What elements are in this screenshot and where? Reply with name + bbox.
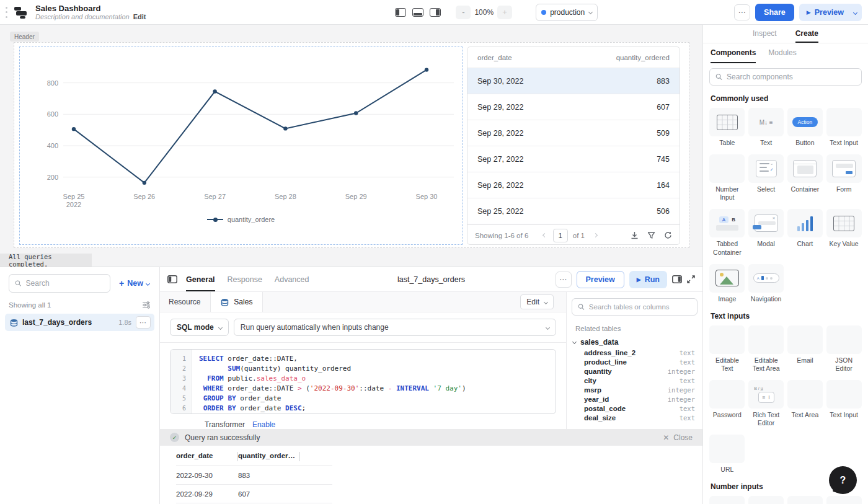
toggle-schema-panel-icon[interactable] [672, 275, 682, 283]
header-frame-chip[interactable]: Header [10, 32, 39, 42]
share-button[interactable]: Share [755, 4, 794, 21]
component-password[interactable]: ✱ ·· IPassword [709, 380, 745, 427]
schema-field[interactable]: product_linetext [572, 357, 698, 366]
schema-field[interactable]: quantityinteger [572, 366, 698, 376]
zoom-in-button[interactable]: + [497, 6, 512, 19]
query-more-options-button[interactable]: ⋯ [556, 272, 572, 288]
toggle-query-sidebar-icon[interactable] [167, 275, 177, 283]
table-row[interactable]: Sep 28, 2022509 [467, 120, 680, 146]
preview-split-button[interactable]: ▶Preview [799, 4, 862, 21]
app-canvas[interactable]: Header 200400600800Sep 252022Sep 26Sep 2… [0, 25, 702, 267]
component-search-input[interactable] [727, 73, 856, 81]
more-options-button[interactable]: ⋯ [734, 4, 750, 20]
query-more-button[interactable]: ⋯ [136, 316, 151, 329]
zoom-level[interactable]: 100% [474, 8, 494, 17]
schema-field[interactable]: citytext [572, 376, 698, 385]
toggle-left-panel-icon[interactable] [395, 8, 406, 17]
tab-inspect[interactable]: Inspect [753, 25, 777, 43]
page-number-input[interactable] [553, 229, 568, 242]
query-search-input[interactable] [26, 279, 105, 288]
component-table[interactable]: Table [709, 108, 745, 147]
tab-general[interactable]: General [186, 267, 215, 291]
table-component[interactable]: order_date quantity_ordered Sep 30, 2022… [467, 46, 680, 245]
schema-table-toggle[interactable]: sales_data [573, 338, 698, 347]
component-text[interactable]: M↓ ≡Text [748, 108, 784, 147]
drag-handle-icon[interactable] [3, 7, 9, 18]
component-url[interactable]: ∞ — IURL [709, 435, 745, 474]
column-header-quantity-ordered[interactable]: quantity_ordered [616, 54, 670, 61]
previous-page-button[interactable] [539, 230, 551, 241]
component-email[interactable]: ✉ — IEmail [787, 325, 823, 373]
toggle-right-panel-icon[interactable] [430, 8, 441, 17]
tab-create[interactable]: Create [795, 25, 818, 43]
header-frame[interactable]: 200400600800Sep 252022Sep 26Sep 27Sep 28… [14, 42, 689, 248]
component-editable-text[interactable]: T — ✎Editable Text [709, 325, 745, 373]
query-run-button[interactable]: ▶Run [629, 271, 667, 288]
component-text-area[interactable]: ≡ — IText Area [787, 380, 823, 427]
notification-close-button[interactable]: ✕ Close [663, 433, 693, 442]
component-select[interactable]: ⌄✓Select [748, 154, 784, 201]
download-icon[interactable] [631, 231, 639, 239]
resource-edit-select[interactable]: Edit [520, 294, 554, 309]
component-number-input[interactable]: # — INumber Input [787, 496, 823, 504]
component-percent[interactable]: % — IPercent [826, 496, 862, 504]
component-key-value[interactable]: Key Value [826, 209, 862, 256]
component-number-input[interactable]: # — INumber Input [709, 154, 745, 201]
query-search-box[interactable] [9, 274, 110, 293]
component-chart[interactable]: Chart [787, 209, 823, 256]
table-row[interactable]: Sep 27, 2022745 [467, 146, 680, 172]
schema-search-input[interactable] [589, 303, 691, 311]
component-image[interactable]: Image [709, 264, 745, 303]
table-row[interactable]: Sep 26, 2022164 [467, 172, 680, 198]
transformer-enable-link[interactable]: Enable [252, 420, 275, 429]
component-form[interactable]: Form [826, 154, 862, 201]
component-text-input[interactable]: T — IText Input [826, 380, 862, 427]
component-tabbed-container[interactable]: ABTabbed Container [709, 209, 745, 256]
help-button[interactable]: ? [829, 466, 857, 494]
preview-dropdown-button[interactable] [851, 4, 862, 21]
column-header-order-date[interactable]: order_date [477, 54, 512, 61]
component-container[interactable]: Container [787, 154, 823, 201]
schema-field[interactable]: address_line_2text [572, 348, 698, 357]
component-modal[interactable]: ✕Modal [748, 209, 784, 256]
schema-field[interactable]: deal_sizetext [572, 413, 698, 422]
table-row[interactable]: Sep 25, 2022506 [467, 198, 680, 224]
refresh-icon[interactable] [664, 231, 672, 239]
resource-tab[interactable]: Sales [210, 292, 263, 312]
component-search-box[interactable] [709, 68, 862, 86]
toggle-bottom-panel-icon[interactable] [412, 8, 423, 17]
zoom-out-button[interactable]: - [456, 6, 471, 19]
query-preview-button[interactable]: Preview [577, 271, 624, 288]
retool-logo[interactable] [14, 6, 28, 19]
table-row[interactable]: Sep 30, 2022883 [467, 68, 680, 94]
tab-response[interactable]: Response [228, 267, 262, 291]
component-json-editor[interactable]: { } ≡ IJSON Editor [826, 325, 862, 373]
tab-advanced[interactable]: Advanced [275, 267, 309, 291]
environment-select[interactable]: production [536, 4, 598, 21]
sql-mode-select[interactable]: SQL mode [170, 319, 229, 336]
component-text-input[interactable]: T — IText Input [826, 108, 862, 147]
component-editable-number[interactable]: # — ✎Editable Number [748, 496, 784, 504]
component-editable-text-area[interactable]: T ≡ ✎Editable Text Area [748, 325, 784, 373]
filter-icon[interactable] [647, 231, 655, 239]
next-page-button[interactable] [590, 230, 601, 241]
component-button[interactable]: ActionButton [787, 108, 823, 147]
table-row[interactable]: Sep 29, 2022607 [467, 94, 680, 120]
filter-sliders-icon[interactable] [142, 301, 151, 309]
expand-editor-icon[interactable] [687, 275, 695, 283]
component-currency[interactable]: $ — ICurrency [709, 496, 745, 504]
schema-search-box[interactable] [572, 298, 698, 316]
query-list-item[interactable]: last_7_days_orders 1.8s ⋯ [5, 314, 154, 331]
tab-modules[interactable]: Modules [768, 43, 796, 63]
sql-code-editor[interactable]: 123456 SELECT order_date::DATE, SUM(quan… [170, 349, 556, 414]
chart-component[interactable]: 200400600800Sep 252022Sep 26Sep 27Sep 28… [19, 46, 463, 245]
edit-description-link[interactable]: Edit [133, 13, 146, 20]
schema-field[interactable]: msrpinteger [572, 385, 698, 394]
schema-field[interactable]: year_idinteger [572, 394, 698, 404]
chart-legend[interactable]: quantity_ordere [20, 216, 462, 223]
tab-components[interactable]: Components [711, 43, 756, 63]
component-navigation[interactable]: ANavigation [748, 264, 784, 303]
component-rich-text-editor[interactable]: B / u̲≡ IRich Text Editor [748, 380, 784, 427]
run-mode-select[interactable]: Run query automatically when inputs chan… [234, 319, 556, 336]
new-query-button[interactable]: + New [115, 276, 153, 290]
